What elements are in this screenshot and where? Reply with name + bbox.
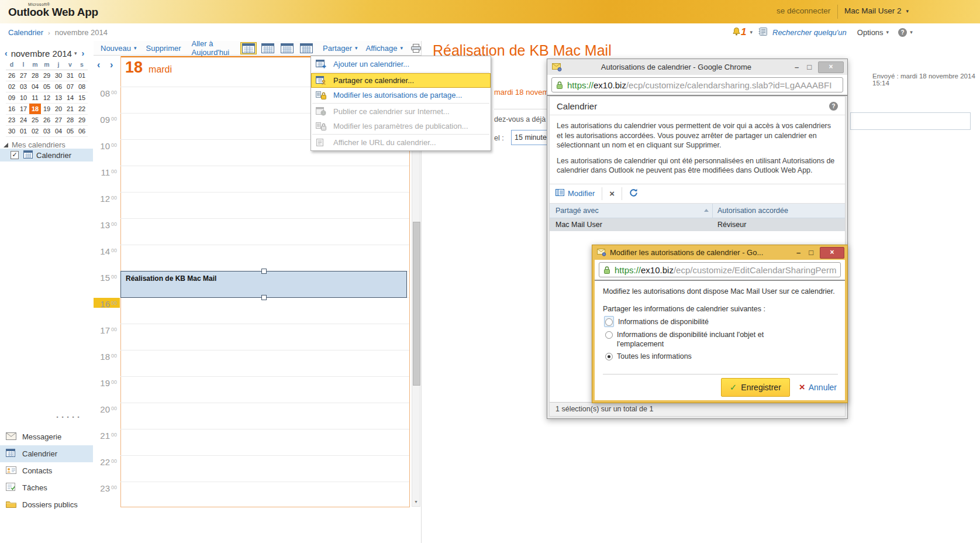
- mini-calendar-day[interactable]: 25: [29, 115, 41, 126]
- mini-calendar-day[interactable]: 27: [53, 115, 64, 126]
- mini-calendar-day[interactable]: 28: [29, 70, 41, 81]
- event-resize-handle-bottom[interactable]: [261, 295, 267, 300]
- sidebar-item-calendrier[interactable]: Calendrier: [0, 445, 93, 462]
- close-icon[interactable]: ×: [818, 61, 844, 73]
- minimize-icon[interactable]: –: [795, 63, 799, 71]
- window-titlebar[interactable]: Autorisations de calendrier - Google Chr…: [547, 59, 847, 75]
- splitter-dots-icon[interactable]: ·····: [56, 412, 82, 422]
- mini-calendar-day[interactable]: 07: [64, 81, 76, 92]
- delete-button[interactable]: Supprimer: [146, 44, 181, 53]
- calendar-event[interactable]: Réalisation de KB Mac Mail: [120, 271, 407, 298]
- chevron-down-icon[interactable]: ▾: [886, 29, 889, 35]
- radio-option[interactable]: Toutes les informations: [605, 352, 837, 361]
- mini-calendar-day[interactable]: 06: [53, 81, 64, 92]
- address-bar[interactable]: https://ex10.biz/ecp/customize/EditCalen…: [595, 260, 845, 281]
- event-resize-handle-top[interactable]: [261, 269, 267, 274]
- radio-selected-icon[interactable]: [605, 353, 613, 360]
- url-field[interactable]: https://ex10.biz/ecp/customize/calendars…: [551, 77, 843, 92]
- mini-calendar-day[interactable]: 11: [29, 92, 41, 104]
- user-menu[interactable]: Mac Mail User 2 ▾: [844, 6, 909, 15]
- mini-calendar-day[interactable]: 19: [41, 104, 53, 115]
- mini-calendar-day[interactable]: 28: [64, 115, 76, 126]
- radio-option[interactable]: Informations de disponibilité incluant l…: [605, 330, 837, 349]
- next-month-icon[interactable]: ›: [81, 49, 84, 58]
- mini-calendar-day[interactable]: 29: [76, 115, 88, 126]
- mini-calendar-day[interactable]: 14: [64, 92, 76, 104]
- sidebar-item-contacts[interactable]: Contacts: [0, 462, 93, 479]
- maximize-icon[interactable]: □: [807, 63, 812, 71]
- work-week-view-icon[interactable]: [260, 42, 276, 54]
- menu-item-modifier-les-autorisations-de-partage[interactable]: Modifier les autorisations de partage...: [311, 88, 491, 102]
- mini-calendar-day[interactable]: 17: [18, 104, 29, 115]
- mini-calendar-day[interactable]: 12: [41, 92, 53, 104]
- mini-calendar-day[interactable]: 30: [53, 70, 64, 81]
- mini-calendar-day[interactable]: 09: [6, 92, 18, 104]
- table-row[interactable]: Mac Mail User Réviseur: [550, 218, 845, 231]
- mini-calendar-day[interactable]: 02: [6, 81, 18, 92]
- mini-calendar-day[interactable]: 27: [18, 70, 29, 81]
- chevron-down-icon[interactable]: ▾: [910, 29, 913, 35]
- mini-calendar-day[interactable]: 20: [53, 104, 64, 115]
- mini-calendar-day[interactable]: 05: [64, 126, 76, 137]
- mini-calendar-day[interactable]: 26: [41, 115, 53, 126]
- mini-calendar-selected-day[interactable]: 18: [29, 104, 41, 115]
- my-calendars-section[interactable]: Mes calendriers: [4, 140, 65, 149]
- mini-calendar-day[interactable]: 24: [18, 115, 29, 126]
- breadcrumb-calendar-link[interactable]: Calendrier: [8, 28, 43, 37]
- print-icon[interactable]: [411, 44, 421, 53]
- menu-item-partager-ce-calendrier[interactable]: Partager ce calendrier...: [311, 73, 491, 88]
- help-icon[interactable]: ?: [898, 28, 907, 37]
- day-view-icon[interactable]: [240, 42, 257, 54]
- mini-calendar-day[interactable]: 01: [18, 126, 29, 137]
- mini-calendar-title[interactable]: novembre 2014: [11, 49, 72, 59]
- view-menu-button[interactable]: Affichage: [366, 44, 398, 53]
- sidebar-item-dossiers-publics[interactable]: Dossiers publics: [0, 496, 93, 513]
- delete-permission-icon[interactable]: ×: [609, 188, 615, 198]
- column-permission[interactable]: Autorisation accordée: [713, 207, 845, 215]
- maximize-icon[interactable]: □: [809, 248, 813, 257]
- save-button[interactable]: ✓ Enregistrer: [721, 378, 790, 397]
- month-view-icon[interactable]: [298, 42, 315, 54]
- mini-calendar-day[interactable]: 04: [29, 81, 41, 92]
- mini-calendar-day[interactable]: 02: [29, 126, 41, 137]
- chevron-down-icon[interactable]: ▾: [750, 29, 753, 35]
- dialog-titlebar[interactable]: Modifier les autorisations de calendrier…: [592, 245, 847, 260]
- find-someone-link[interactable]: Rechercher quelqu'un: [772, 28, 847, 37]
- mini-calendar-day[interactable]: 15: [76, 92, 88, 104]
- mini-calendar-day[interactable]: 21: [64, 104, 76, 115]
- mini-calendar-day[interactable]: 10: [18, 92, 29, 104]
- table-header[interactable]: Partagé avec Autorisation accordée: [550, 204, 845, 218]
- mini-calendar-day[interactable]: 05: [41, 81, 53, 92]
- sidebar-item-messagerie[interactable]: Messagerie: [0, 428, 93, 445]
- mini-calendar-day[interactable]: 08: [76, 81, 88, 92]
- mini-calendar-day[interactable]: 03: [41, 126, 53, 137]
- prev-month-icon[interactable]: ‹: [5, 49, 8, 58]
- reminder-bell-icon[interactable]: [732, 27, 741, 37]
- chevron-down-icon[interactable]: ▾: [400, 45, 403, 51]
- calendar-checkbox[interactable]: ✓: [11, 151, 19, 159]
- column-shared-with[interactable]: Partagé avec: [550, 207, 712, 215]
- mini-calendar-day[interactable]: 01: [76, 70, 88, 81]
- address-book-icon[interactable]: [758, 28, 768, 37]
- radio-icon[interactable]: [605, 331, 613, 339]
- address-bar[interactable]: https://ex10.biz/ecp/customize/calendars…: [547, 75, 847, 96]
- menu-item-ajouter-un-calendrier[interactable]: Ajouter un calendrier...: [311, 57, 491, 71]
- options-menu[interactable]: Options: [857, 28, 884, 37]
- mini-calendar-day[interactable]: 13: [53, 92, 64, 104]
- reading-pane-field[interactable]: [850, 112, 971, 130]
- reminder-dropdown[interactable]: 15 minutes: [511, 130, 551, 145]
- chevron-down-icon[interactable]: ▾: [134, 45, 137, 51]
- share-menu-button[interactable]: Partager: [323, 44, 352, 53]
- reminder-count-badge[interactable]: 1: [741, 26, 746, 38]
- mini-calendar-day[interactable]: 31: [64, 70, 76, 81]
- mini-calendar-day[interactable]: 29: [41, 70, 53, 81]
- radio-icon[interactable]: [605, 318, 613, 326]
- minimize-icon[interactable]: –: [796, 248, 800, 257]
- help-icon[interactable]: ?: [829, 102, 838, 111]
- mini-calendar-day[interactable]: 26: [6, 70, 18, 81]
- scroll-down-icon[interactable]: ▼: [412, 497, 420, 506]
- mini-calendar-day[interactable]: 06: [76, 126, 88, 137]
- chevron-down-icon[interactable]: ▾: [74, 50, 77, 56]
- refresh-icon[interactable]: [629, 188, 638, 199]
- close-icon[interactable]: ×: [820, 247, 844, 259]
